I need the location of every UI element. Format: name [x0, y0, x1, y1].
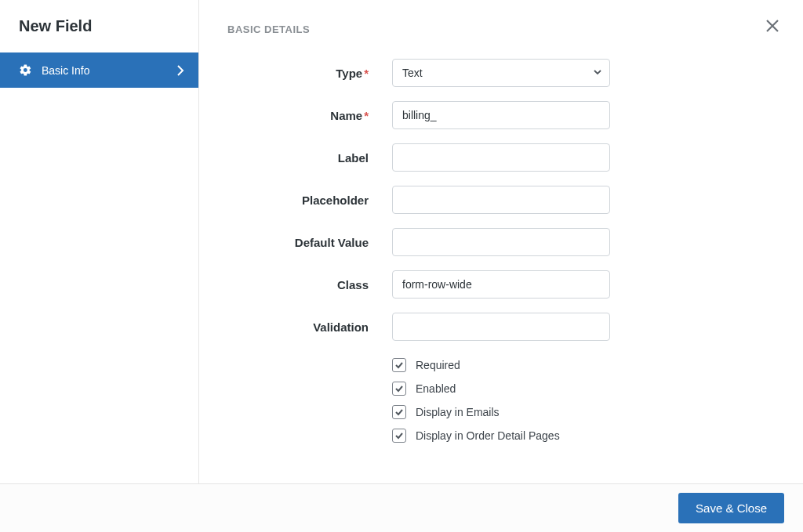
label-label: Label: [227, 151, 392, 165]
chevron-right-icon: [176, 65, 184, 76]
sidebar: New Field Basic Info: [0, 0, 199, 483]
save-close-button[interactable]: Save & Close: [678, 493, 784, 523]
class-input[interactable]: [392, 270, 610, 299]
required-checkbox[interactable]: [392, 358, 406, 372]
footer: Save & Close: [0, 483, 803, 532]
enabled-checkbox[interactable]: [392, 382, 406, 396]
display-emails-checkbox-label: Display in Emails: [416, 406, 500, 418]
label-input[interactable]: [392, 143, 610, 172]
gear-icon: [19, 63, 32, 77]
placeholder-label: Placeholder: [227, 194, 392, 207]
type-label: Type*: [227, 67, 392, 80]
section-heading: BASIC DETAILS: [227, 24, 775, 35]
sidebar-item-label: Basic Info: [42, 64, 176, 77]
required-checkbox-label: Required: [416, 359, 460, 371]
default-value-input[interactable]: [392, 228, 610, 256]
default-value-label: Default Value: [227, 236, 392, 249]
display-emails-checkbox[interactable]: [392, 405, 406, 419]
class-label: Class: [227, 278, 392, 291]
content: BASIC DETAILS Type* Text Name*: [199, 0, 803, 483]
display-order-checkbox[interactable]: [392, 429, 406, 443]
display-order-checkbox-label: Display in Order Detail Pages: [416, 429, 560, 442]
name-input[interactable]: [392, 101, 610, 129]
validation-label: Validation: [227, 320, 392, 334]
close-button[interactable]: [762, 16, 783, 39]
type-select[interactable]: Text: [392, 59, 610, 87]
name-label: Name*: [227, 109, 392, 122]
enabled-checkbox-label: Enabled: [416, 382, 456, 395]
placeholder-input[interactable]: [392, 186, 610, 214]
sidebar-item-basic-info[interactable]: Basic Info: [0, 52, 198, 88]
sidebar-title: New Field: [0, 0, 198, 52]
validation-input[interactable]: [392, 313, 610, 341]
